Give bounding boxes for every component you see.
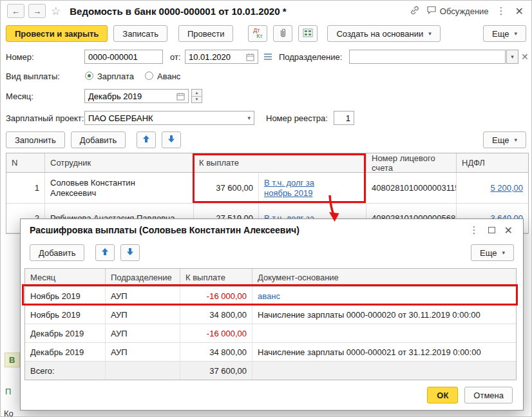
ndfl-link[interactable]: 5 200,00 [490,183,523,193]
dialog-add-button[interactable]: Добавить [30,244,84,261]
radio-salary[interactable] [85,72,93,80]
discussion-button[interactable]: Обсуждение [426,5,489,17]
radio-advance-label[interactable]: Аванс [157,72,180,81]
payment-type-label: Вид выплаты: [6,72,60,81]
stepper-up-icon: ▲ [192,90,202,97]
department-combo[interactable] [349,50,506,64]
dialog-menu-dots-icon[interactable]: ⋮ [468,224,480,236]
number-label: Номер: [6,52,34,62]
move-up-button[interactable] [137,131,156,148]
back-button[interactable]: ← [7,4,24,18]
calendar-icon[interactable] [176,92,185,101]
cell-month: Ноябрь 2019 [25,305,106,324]
cell-department: АУП [106,287,180,305]
add-row-button[interactable]: Добавить [71,131,126,148]
speech-bubble-icon [426,5,437,17]
create-based-on-button[interactable]: Создать на основании ▾ [327,25,440,42]
attachments-button[interactable] [273,25,292,42]
dialog-more-button[interactable]: Еще ▾ [471,244,514,261]
col-header-payout: К выплате [194,153,366,172]
month-input[interactable]: Декабрь 2019 [84,89,189,103]
fill-button[interactable]: Заполнить [6,131,65,148]
registry-input[interactable]: 1 [334,111,354,125]
total-amount: 37 600,00 [180,362,252,380]
cell-month: Ноябрь 2019 [25,287,106,305]
list-icon[interactable] [263,53,272,63]
close-icon[interactable]: ✕ [514,5,525,17]
doc-link[interactable]: аванс [258,291,280,301]
breakdown-table: Месяц Подразделение К выплате Документ-о… [24,268,517,380]
move-down-button[interactable] [162,131,181,148]
cell-amount: 34 800,00 [180,343,252,361]
month-stepper[interactable]: ▲ ▼ [191,89,202,103]
cancel-button[interactable]: Отмена [464,387,513,403]
arrow-down-icon [126,247,134,258]
project-combo[interactable]: ПАО СБЕРБАНК ▾ [84,111,254,125]
cell-department: АУП [106,305,180,324]
col-header-account: Номер лицевого счета [366,153,457,172]
breakdown-row[interactable]: Ноябрь 2019 АУП -16 000,00 аванс [25,287,516,305]
back-arrow-icon: ← [12,6,20,16]
cell-doc [252,324,516,342]
dialog-move-down-button[interactable] [120,244,140,261]
department-label: Подразделение: [279,52,342,62]
cell-department: АУП [106,324,180,342]
chevron-down-icon: ▾ [511,53,514,60]
breakdown-row[interactable]: Декабрь 2019 АУП -16 000,00 [25,324,516,343]
forward-arrow-icon: → [33,6,41,16]
breakdown-row[interactable]: Ноябрь 2019 АУП 34 800,00 Начисление зар… [25,305,516,324]
document-window: ← → ☆ Ведомость в банк 0000-000001 от 10… [0,0,532,417]
registry-label: Номер реестра: [266,113,328,123]
cell-ndfl: 5 200,00 [457,173,528,203]
date-input[interactable]: 10.01.2020 [185,50,258,64]
discussion-label: Обсуждение [440,6,489,16]
link-icon[interactable] [410,5,420,17]
dt-kt-button[interactable]: Дт Кт [248,25,267,42]
dialog-move-up-button[interactable] [95,244,115,261]
table-row[interactable]: 1 Соловьев Константин Алексеевич 37 600,… [6,173,528,204]
more-button[interactable]: Еще ▾ [483,25,526,42]
month-label: Месяц: [6,92,33,101]
dialog-buttons: ОК Отмена [427,387,513,403]
department-dropdown-button[interactable]: ▾ [506,50,518,64]
table-header-row: N Сотрудник К выплате Номер лицевого сче… [6,153,528,173]
ok-button[interactable]: ОК [427,387,458,403]
cell-amount: 34 800,00 [180,305,252,324]
cell-doc: Начисление зарплаты 0000-000021 от 31.12… [252,343,516,361]
radio-advance[interactable] [145,72,153,80]
list-more-button[interactable]: Еще ▾ [483,131,526,148]
related-documents-button[interactable] [298,25,318,42]
debt-link[interactable]: В т.ч. долг за ноябрь 2019 [264,178,330,199]
cell-month: Декабрь 2019 [25,343,106,361]
arrow-down-icon [167,135,175,145]
calendar-icon[interactable] [246,53,254,61]
cell-month: Декабрь 2019 [25,324,106,342]
dialog-title: Расшифровка выплаты (Соловьев Константин… [30,225,299,235]
dialog-close-icon[interactable]: ✕ [503,224,514,237]
dt-kt-icon: Дт Кт [253,28,262,39]
menu-dots-icon[interactable]: ⋮ [495,5,508,17]
forward-button[interactable]: → [28,4,46,18]
list-toolbar: Заполнить Добавить Еще ▾ [6,131,526,149]
cell-doc: Начисление зарплаты 0000-000020 от 30.11… [252,305,516,324]
post-and-close-button[interactable]: Провести и закрыть [6,25,108,42]
chevron-down-icon[interactable]: ▾ [247,115,251,121]
breakdown-row[interactable]: Декабрь 2019 АУП 34 800,00 Начисление за… [25,343,516,362]
maximize-icon[interactable] [488,227,495,233]
favorite-star-icon[interactable]: ☆ [51,5,61,18]
command-toolbar: Провести и закрыть Записать Провести Дт … [6,24,526,43]
payout-link-fragment[interactable]: П [5,387,11,396]
write-button[interactable]: Записать [113,25,167,42]
department-clear-icon[interactable]: ✕ [521,52,529,62]
radio-salary-label[interactable]: Зарплата [97,72,134,81]
from-label: от: [170,52,181,62]
chevron-down-icon: ▾ [514,137,517,143]
chevron-down-icon: ▾ [502,249,505,256]
number-input[interactable]: 0000-000001 [84,50,163,64]
dialog-toolbar: Добавить Еще ▾ [30,244,514,262]
post-button[interactable]: Провести [178,25,234,42]
titlebar: ← → ☆ Ведомость в банк 0000-000001 от 10… [1,1,531,21]
cell-employee: Соловьев Константин Алексеевич [45,173,194,203]
col-header-department: Подразделение [106,269,180,286]
structure-icon [303,28,313,40]
